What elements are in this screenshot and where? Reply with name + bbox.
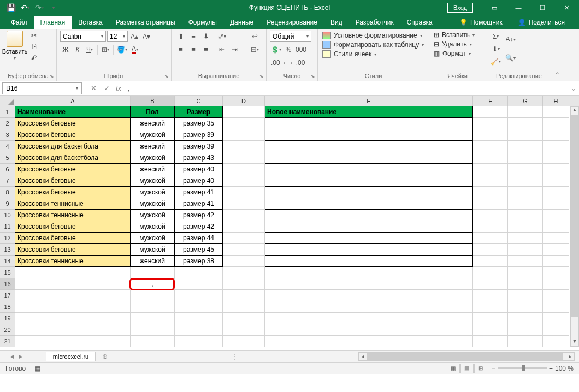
row-header[interactable]: 10 [0,210,15,221]
row-header[interactable]: 13 [0,244,15,256]
cell[interactable] [265,210,473,221]
tab-insert[interactable]: Вставка [72,16,109,29]
row-header[interactable]: 6 [0,164,15,175]
cell[interactable]: размер 39 [175,129,223,141]
cell[interactable] [223,210,265,221]
vscroll-thumb[interactable] [571,115,578,317]
page-break-view-icon[interactable]: ⊞ [474,364,487,373]
col-header-b[interactable]: B [131,96,175,106]
autosum-icon[interactable]: Σ▾ [489,31,502,42]
cell[interactable] [473,290,508,301]
prev-sheet-icon[interactable]: ◄ [9,353,15,360]
grow-font-icon[interactable]: A▴ [129,31,140,42]
cell[interactable] [508,313,543,324]
align-top-icon[interactable]: ⬆ [175,31,187,42]
cell[interactable] [508,336,543,347]
cell[interactable]: мужской [131,175,175,187]
col-header-h[interactable]: H [543,96,569,106]
tab-review[interactable]: Рецензирование [260,16,324,29]
cell[interactable] [473,198,508,210]
cell[interactable] [15,278,131,290]
new-sheet-icon[interactable]: ⊕ [99,352,111,361]
cell[interactable] [265,118,473,129]
tab-file[interactable]: Файл [4,16,34,29]
cell[interactable] [15,324,131,336]
cell-styles-button[interactable]: Стили ячеек▾ [321,50,426,58]
cell[interactable] [508,221,543,233]
scroll-up-icon[interactable]: ▲ [571,107,578,115]
cell[interactable] [223,290,265,301]
cell[interactable]: Кроссовки беговые [15,187,131,198]
merge-icon[interactable]: ⊟▾ [247,44,262,55]
cell[interactable] [223,141,265,152]
cell[interactable] [508,129,543,141]
cell[interactable]: женский [131,164,175,175]
number-format-select[interactable]: Общий▾ [270,31,311,42]
tab-layout[interactable]: Разметка страницы [109,16,182,29]
cell[interactable] [508,187,543,198]
cell[interactable] [15,313,131,324]
row-header[interactable]: 1 [0,106,15,118]
cell[interactable] [508,233,543,244]
row-header[interactable]: 21 [0,336,15,347]
scroll-down-icon[interactable]: ▼ [571,338,578,346]
zoom-out-icon[interactable]: − [492,365,495,372]
cell[interactable] [223,152,265,164]
tab-help[interactable]: Справка [400,16,439,29]
cell[interactable] [265,198,473,210]
cell[interactable] [223,313,265,324]
tab-formulas[interactable]: Формулы [182,16,223,29]
cell[interactable] [508,244,543,256]
col-header-c[interactable]: C [175,96,223,106]
cell[interactable] [223,129,265,141]
cell[interactable] [223,233,265,244]
cell[interactable]: размер 38 [175,256,223,267]
cell[interactable] [131,290,175,301]
currency-icon[interactable]: 💲▾ [270,44,282,55]
cell[interactable]: Новое наименование [265,106,473,118]
cell[interactable] [223,267,265,278]
cell[interactable] [508,118,543,129]
cell[interactable] [473,313,508,324]
cell[interactable] [508,278,543,290]
decrease-decimal-icon[interactable]: ←.00 [288,57,306,68]
decrease-indent-icon[interactable]: ⇤ [216,44,228,55]
cell[interactable] [473,256,508,267]
close-icon[interactable]: ✕ [555,0,578,15]
cell[interactable] [473,210,508,221]
cell[interactable]: размер 42 [175,210,223,221]
share-button[interactable]: 👤Поделиться [511,16,571,29]
tab-view[interactable]: Вид [324,16,349,29]
paste-button[interactable]: Вставить ▾ [3,31,26,61]
copy-icon[interactable]: ⎘ [28,41,39,51]
cell[interactable]: Кроссовки беговые [15,233,131,244]
next-sheet-icon[interactable]: ► [17,353,24,360]
cell[interactable]: мужской [131,210,175,221]
find-select-icon[interactable]: 🔍▾ [504,49,517,67]
format-as-table-button[interactable]: Форматировать как таблицу▾ [321,40,426,49]
cell[interactable] [543,106,569,118]
cell[interactable]: женский [131,141,175,152]
cell[interactable]: размер 43 [175,152,223,164]
cell[interactable] [223,278,265,290]
cell[interactable]: мужской [131,221,175,233]
cell[interactable] [15,267,131,278]
cell[interactable]: мужской [131,244,175,256]
scroll-left-icon[interactable]: ◄ [359,354,367,359]
cell[interactable]: размер 40 [175,175,223,187]
cell[interactable] [223,118,265,129]
cell[interactable]: Кроссовки беговые [15,175,131,187]
cell[interactable] [508,152,543,164]
cell[interactable] [473,106,508,118]
cell[interactable] [265,164,473,175]
fill-icon[interactable]: ⬇▾ [489,43,502,55]
cell[interactable] [543,152,569,164]
cell[interactable]: Кроссовки для баскетбола [15,152,131,164]
row-header[interactable]: 12 [0,233,15,244]
cell[interactable]: мужской [131,233,175,244]
tab-developer[interactable]: Разработчик [349,16,400,29]
sheet-tab[interactable]: microexcel.ru [46,352,96,361]
cell[interactable]: Кроссовки беговые [15,244,131,256]
cell[interactable]: Размер [175,106,223,118]
cell[interactable] [543,324,569,336]
